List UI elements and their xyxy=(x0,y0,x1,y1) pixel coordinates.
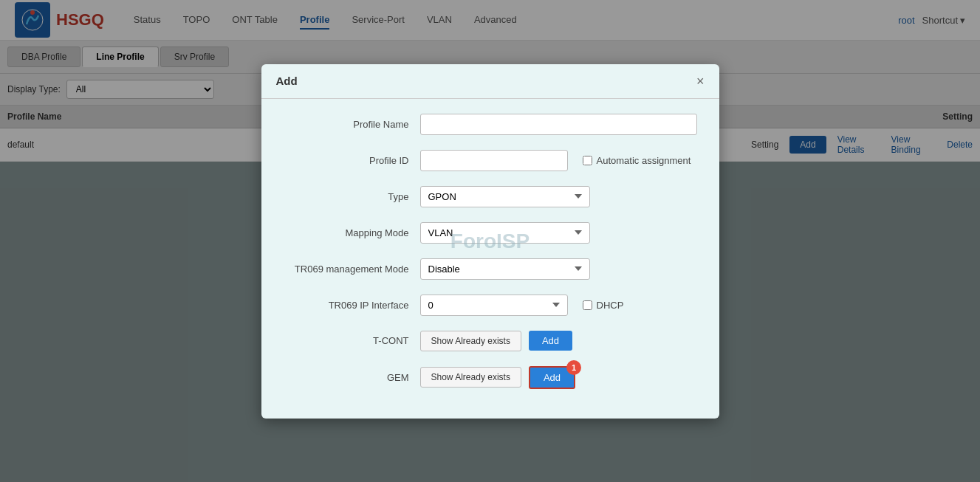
dialog-title: Add xyxy=(276,75,298,87)
tr069-ip-select[interactable]: 0 xyxy=(420,295,568,316)
profile-id-input[interactable] xyxy=(420,150,568,171)
tr069-ip-row: TR069 IP Interface 0 DHCP xyxy=(284,295,697,316)
tcont-label: T-CONT xyxy=(284,335,409,346)
dhcp-group: DHCP xyxy=(583,300,624,311)
add-dialog: Add × Profile Name Profile ID Automatic … xyxy=(261,64,719,419)
mapping-mode-row: Mapping Mode VLAN xyxy=(284,222,697,244)
dhcp-label: DHCP xyxy=(597,300,624,311)
gem-add-wrapper: Add 1 xyxy=(529,366,575,389)
gem-group: Show Already exists Add 1 xyxy=(420,366,697,389)
dialog-header: Add × xyxy=(261,64,719,99)
profile-id-row: Profile ID Automatic assignment xyxy=(284,150,697,171)
profile-id-group: Automatic assignment xyxy=(420,150,697,171)
gem-show-button[interactable]: Show Already exists xyxy=(420,367,521,388)
auto-assignment-label: Automatic assignment xyxy=(597,155,691,166)
tr069-ip-group: 0 DHCP xyxy=(420,295,697,316)
mapping-mode-label: Mapping Mode xyxy=(284,227,409,238)
close-button[interactable]: × xyxy=(696,75,705,88)
gem-badge: 1 xyxy=(566,360,581,375)
tcont-show-button[interactable]: Show Already exists xyxy=(420,331,521,351)
auto-assignment-checkbox[interactable] xyxy=(583,156,592,165)
type-select[interactable]: GPON xyxy=(420,186,590,207)
tr069-mode-label: TR069 management Mode xyxy=(284,264,409,275)
profile-name-input[interactable] xyxy=(420,114,697,135)
profile-name-label: Profile Name xyxy=(284,119,409,130)
tcont-add-button[interactable]: Add xyxy=(529,331,572,351)
gem-row: GEM Show Already exists Add 1 xyxy=(284,366,697,389)
mapping-mode-select[interactable]: VLAN xyxy=(420,222,590,244)
dialog-body: Profile Name Profile ID Automatic assign… xyxy=(261,99,719,419)
tcont-group: Show Already exists Add xyxy=(420,331,697,351)
type-row: Type GPON xyxy=(284,186,697,207)
profile-name-row: Profile Name xyxy=(284,114,697,135)
type-label: Type xyxy=(284,191,409,202)
modal-overlay: Add × Profile Name Profile ID Automatic … xyxy=(0,0,980,482)
dhcp-checkbox[interactable] xyxy=(583,300,592,310)
tr069-ip-label: TR069 IP Interface xyxy=(284,300,409,311)
gem-label: GEM xyxy=(284,372,409,383)
auto-assignment-group: Automatic assignment xyxy=(583,155,691,166)
profile-id-label: Profile ID xyxy=(284,155,409,166)
tr069-mode-select[interactable]: Disable xyxy=(420,258,590,280)
tcont-row: T-CONT Show Already exists Add xyxy=(284,331,697,351)
tr069-mode-row: TR069 management Mode Disable xyxy=(284,258,697,280)
